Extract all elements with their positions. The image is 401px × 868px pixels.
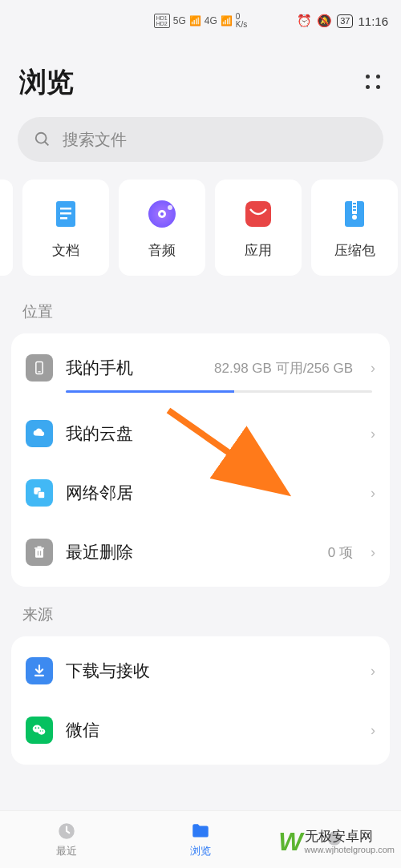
wechat-icon — [26, 717, 53, 744]
chevron-right-icon: › — [371, 663, 375, 680]
status-right: ⏰ 🔕 37 11:16 — [297, 14, 388, 28]
svg-rect-14 — [353, 206, 356, 208]
nav-browse[interactable]: 浏览 — [134, 811, 268, 868]
status-center: HD1 HD2 5G 📶 4G 📶 0 K/s — [154, 13, 248, 29]
category-card-partial[interactable] — [0, 180, 13, 276]
section-source-title: 来源 — [0, 598, 401, 636]
item-cloud[interactable]: 我的云盘 › — [11, 404, 390, 463]
mute-icon: 🔕 — [317, 14, 332, 28]
svg-line-1 — [45, 142, 49, 146]
item-trash[interactable]: 最近删除 0 项 › — [11, 523, 390, 582]
page-title: 浏览 — [19, 64, 74, 101]
svg-rect-5 — [60, 217, 67, 220]
svg-rect-22 — [34, 547, 44, 549]
svg-point-8 — [160, 212, 164, 216]
trash-icon — [26, 539, 53, 566]
archive-icon — [337, 196, 372, 232]
svg-rect-21 — [35, 549, 43, 558]
cloud-icon — [26, 420, 53, 447]
storage-bar — [66, 390, 372, 393]
status-time: 11:16 — [358, 14, 388, 28]
svg-rect-15 — [353, 209, 356, 211]
search-input[interactable]: 搜索文件 — [18, 117, 383, 162]
network-icon — [26, 479, 53, 507]
svg-rect-3 — [60, 208, 71, 210]
item-wechat[interactable]: 微信 › — [11, 700, 390, 760]
svg-rect-18 — [38, 371, 40, 372]
chevron-right-icon: › — [371, 426, 375, 442]
svg-point-30 — [38, 727, 39, 729]
svg-rect-23 — [38, 547, 42, 548]
chevron-right-icon: › — [371, 544, 375, 561]
item-network[interactable]: 网络邻居 › — [11, 463, 390, 523]
battery-icon: 37 — [337, 14, 353, 28]
svg-point-31 — [40, 730, 41, 731]
svg-rect-4 — [60, 212, 71, 215]
category-row: 文档 音频 应用 压缩包 — [0, 180, 401, 295]
svg-point-16 — [352, 215, 357, 220]
download-icon — [26, 657, 53, 684]
category-apps[interactable]: 应用 — [215, 180, 302, 276]
item-downloads[interactable]: 下载与接收 › — [11, 641, 390, 700]
more-menu-button[interactable] — [366, 75, 382, 91]
header: 浏览 — [0, 42, 401, 117]
document-icon — [48, 196, 83, 232]
location-card: 我的手机 82.98 GB 可用/256 GB › 我的云盘 › 网络邻居 › … — [11, 333, 390, 587]
svg-rect-20 — [38, 491, 44, 498]
watermark: W 无极安卓网 www.wjhotelgroup.com — [278, 827, 395, 857]
signal-icon: 📶 — [221, 15, 233, 26]
category-audio[interactable]: 音频 — [119, 180, 205, 276]
status-bar: HD1 HD2 5G 📶 4G 📶 0 K/s ⏰ 🔕 37 11:16 — [0, 0, 401, 42]
nav-recent[interactable]: 最近 — [0, 811, 134, 868]
chevron-right-icon: › — [371, 722, 375, 739]
svg-point-0 — [36, 133, 47, 143]
svg-rect-13 — [353, 203, 356, 204]
folder-icon — [190, 821, 211, 842]
chevron-right-icon: › — [371, 485, 375, 502]
svg-point-32 — [42, 730, 43, 731]
signal-icon: 📶 — [189, 15, 201, 26]
item-my-phone[interactable]: 我的手机 82.98 GB 可用/256 GB › — [11, 338, 390, 404]
phone-icon — [26, 354, 53, 382]
category-documents[interactable]: 文档 — [22, 180, 109, 276]
svg-point-29 — [35, 727, 37, 729]
category-archives[interactable]: 压缩包 — [311, 180, 398, 276]
clock-icon — [56, 821, 77, 842]
app-icon — [241, 196, 276, 232]
section-location-title: 位置 — [0, 295, 401, 333]
search-placeholder: 搜索文件 — [63, 129, 127, 151]
search-icon — [34, 131, 51, 148]
svg-point-28 — [38, 729, 45, 735]
svg-point-9 — [168, 205, 172, 210]
audio-icon — [144, 196, 180, 232]
chevron-right-icon: › — [371, 360, 375, 377]
watermark-logo-icon: W — [278, 827, 299, 857]
source-card: 下载与接收 › 微信 › — [11, 636, 390, 765]
alarm-icon: ⏰ — [297, 14, 312, 28]
